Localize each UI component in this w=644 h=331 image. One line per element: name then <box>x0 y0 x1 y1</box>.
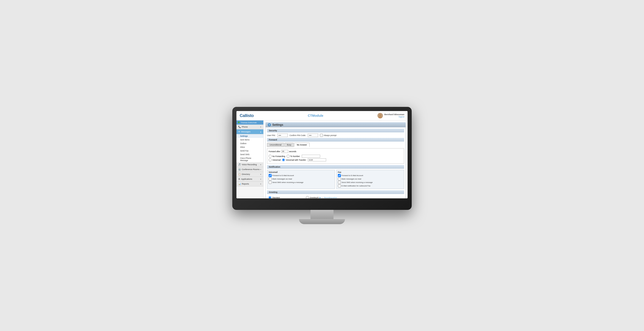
app-chevron: ▼ <box>260 178 262 180</box>
sidebar-user[interactable]: Thomas.Gottschalk ▼ <box>236 120 263 125</box>
tab-no-answer[interactable]: No Answer <box>294 143 309 147</box>
svg-point-0 <box>379 114 381 116</box>
sidebar-item-applications[interactable]: ⚙ Applications ▼ <box>236 177 263 182</box>
security-header: Security <box>267 129 404 132</box>
fax-notif-item-2[interactable]: Mark messages as read <box>338 177 402 180</box>
sidebar-sub-sent-items[interactable]: Sent Items <box>236 138 263 142</box>
voicemail-label[interactable]: Voicemail <box>269 158 280 161</box>
voicemail-notif-title: Voicemail <box>269 171 333 173</box>
dir-label: Directory <box>242 173 250 175</box>
no-forwarding-radio[interactable] <box>269 155 272 158</box>
voicemail-radio[interactable] <box>269 158 272 161</box>
fax-outbound-checkbox[interactable] <box>338 184 341 187</box>
greeting-b-check-icon: ✓ <box>322 197 323 199</box>
tab-busy[interactable]: Busy <box>284 143 294 147</box>
user-pin-input[interactable] <box>278 134 288 137</box>
panel-title-bar: ⚙ Settings <box>266 122 406 127</box>
rep-chevron: ▼ <box>260 183 262 185</box>
voicemail-notif-item-2[interactable]: Mark messages as read <box>269 177 333 180</box>
greeting-row: Standard Greeting A ▶ ✓ Recording <box>268 196 403 198</box>
forward-tab-bar: Unconditional Busy No Answer <box>267 143 404 147</box>
svg-point-1 <box>378 116 382 118</box>
forward-after-input[interactable] <box>281 150 288 153</box>
fax-notif-item-3[interactable]: Send SMS when receiving a message <box>338 181 402 184</box>
settings-title-icon: ⚙ <box>268 123 271 126</box>
voicemail-transfer-radio[interactable] <box>282 158 285 161</box>
phone-label: Phone <box>242 126 248 128</box>
fax-fwd-email-checkbox[interactable] <box>338 174 341 177</box>
to-number-input[interactable] <box>302 155 320 158</box>
logout-link[interactable]: logout <box>384 116 404 118</box>
app-logo: Callisto <box>240 113 254 118</box>
messages-label: Messages <box>241 131 250 133</box>
sidebar-sub-messages: Settings Sent Items Outbox Inbox Send Fa… <box>236 134 263 162</box>
to-number-radio[interactable] <box>286 155 290 158</box>
fax-notif-item-4[interactable]: E-Mail notification for outbound Fax <box>338 184 402 187</box>
sidebar-item-conference-rooms[interactable]: 🏢 Conference Rooms ▼ <box>236 167 263 172</box>
fax-mark-read-checkbox[interactable] <box>338 177 341 180</box>
messages-chevron: ▲ <box>260 131 262 133</box>
greeting-content: Standard Greeting A ▶ ✓ Recording <box>267 195 404 198</box>
voice-icon: 🎵 <box>238 163 241 166</box>
phone-chevron: ▼ <box>260 126 262 128</box>
panel-body: Security User PIN: Confirm PIN Code: Alw… <box>266 127 406 198</box>
dir-icon: 📋 <box>238 173 241 175</box>
fax-sms-checkbox[interactable] <box>338 181 341 184</box>
no-forwarding-label[interactable]: No Forwarding <box>269 155 285 158</box>
screen: Callisto CTModule Bernhard Wiessman logo… <box>236 111 408 198</box>
fax-notif-item-1[interactable]: Forward to E-Mail Account <box>338 174 402 177</box>
sidebar-username: Thomas.Gottschalk <box>241 122 257 124</box>
confirm-pin-input[interactable] <box>308 134 318 137</box>
monitor-bezel: Callisto CTModule Bernhard Wiessman logo… <box>232 107 412 210</box>
user-name: Bernhard Wiessman <box>384 113 404 116</box>
voicemail-mark-read-checkbox[interactable] <box>269 177 272 180</box>
sidebar-sub-send-fax[interactable]: Send Fax <box>236 149 263 153</box>
voicemail-transfer-input[interactable] <box>308 158 326 161</box>
app-container: Callisto CTModule Bernhard Wiessman logo… <box>236 111 408 198</box>
sidebar-sub-inbox[interactable]: Inbox <box>236 145 263 149</box>
sidebar-item-reports[interactable]: 📊 Reports ▼ <box>236 182 263 186</box>
notification-grid: Voicemail Forward to E-Mail Account Mark… <box>267 170 404 189</box>
voicemail-notif-item-1[interactable]: Forward to E-Mail Account <box>269 174 333 177</box>
greeting-standard-radio[interactable] <box>268 196 272 198</box>
sidebar-sub-cisco[interactable]: Cisco Phone Message <box>236 156 263 162</box>
greeting-b-play-icon[interactable]: ▶ <box>320 197 321 198</box>
tab-unconditional[interactable]: Unconditional <box>267 143 284 147</box>
sidebar-sub-send-sms[interactable]: Send SMS <box>236 153 263 156</box>
voicemail-notif-item-3[interactable]: Send SMS when receiving a message <box>269 181 333 184</box>
settings-panel: ⚙ Settings Security User PIN: Confirm PI… <box>264 120 408 198</box>
sidebar-item-phone[interactable]: 📞 Phone ▼ <box>236 125 263 129</box>
always-prompt-checkbox[interactable] <box>320 134 323 137</box>
app-header: Callisto CTModule Bernhard Wiessman logo… <box>236 111 408 120</box>
dir-item-left: 📋 Directory <box>238 173 250 175</box>
monitor: Callisto CTModule Bernhard Wiessman logo… <box>232 107 412 224</box>
greeting-standard[interactable]: Standard <box>268 196 300 198</box>
voicemail-transfer-label[interactable]: Voicemail with Transfer: <box>282 158 306 161</box>
sidebar-sub-outbox[interactable]: Outbox <box>236 142 263 145</box>
voicemail-sms-checkbox[interactable] <box>269 181 272 184</box>
greeting-col-left: Standard Greeting A ▶ ✓ Recording <box>268 196 300 198</box>
sidebar-item-voice-recording[interactable]: 🎵 Voice Recording ▼ <box>236 162 263 167</box>
notification-header: Notification <box>267 165 404 169</box>
forward-header: Forward <box>267 138 404 142</box>
sidebar-item-directory[interactable]: 📋 Directory ▼ <box>236 172 263 177</box>
greeting-header: Greeting <box>267 190 404 194</box>
sidebar-sub-settings[interactable]: Settings <box>236 134 263 138</box>
no-forwarding-row: No Forwarding To Number: <box>269 155 402 158</box>
to-number-label[interactable]: To Number: <box>286 155 300 158</box>
always-prompt-label[interactable]: Always prompt <box>320 134 336 137</box>
voicemail-fwd-email-checkbox[interactable] <box>269 174 272 177</box>
greeting-b-radio[interactable] <box>306 196 309 198</box>
greeting-col-right: Greeting B ▶ ✓ Recording active G <box>306 196 337 198</box>
phone-item-left: 📞 Phone <box>238 126 248 128</box>
greeting-b-label: Greeting B <box>310 197 318 198</box>
conf-label: Conference Rooms <box>242 168 260 171</box>
voicemail-row: Voicemail Voicemail with Transfer: <box>269 158 402 161</box>
user-pin-label: User PIN: <box>267 134 276 137</box>
greeting-b[interactable]: Greeting B ▶ ✓ Recording active <box>306 196 337 198</box>
sidebar-item-messages[interactable]: ✉ Messages ▲ <box>236 129 263 134</box>
phone-icon: 📞 <box>238 126 241 128</box>
app-label: Applications <box>241 178 252 180</box>
conf-item-left: 🏢 Conference Rooms <box>238 168 260 171</box>
forward-after-row: Forward after seconds <box>269 150 402 153</box>
